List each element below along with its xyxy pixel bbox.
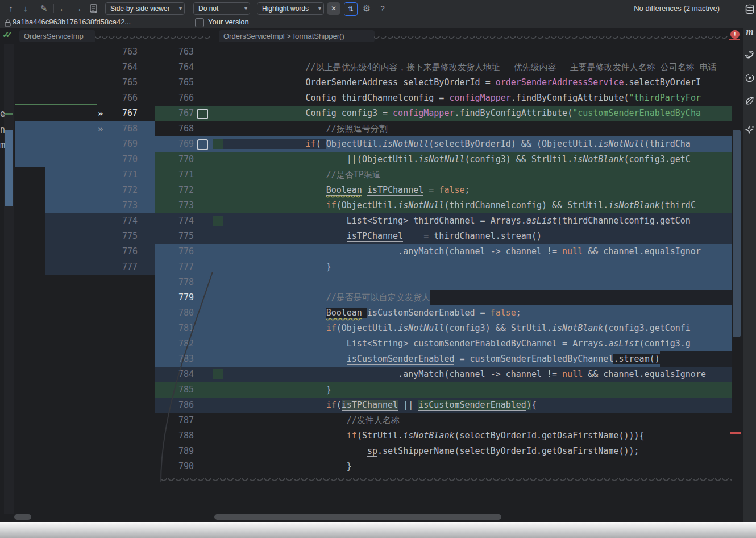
code-line-786[interactable]: if(isTPChannel || isCustomSenderEnabled)…	[213, 398, 732, 413]
code-line-777[interactable]: }	[213, 259, 732, 275]
back-button[interactable]: ←	[57, 0, 69, 17]
line-tail	[701, 90, 732, 106]
line-tail	[213, 44, 732, 60]
fold-chevron-icon[interactable]: »	[98, 121, 102, 136]
revision-hash: 9a1ba446c963b1761638fd58ca42...	[13, 17, 131, 28]
spring-leaf-icon[interactable]	[745, 96, 755, 106]
your-version-label: Your version	[208, 17, 249, 28]
changes-applied-icon: ✓✓	[2, 30, 22, 40]
left-stripe-selection-mark[interactable]	[5, 130, 13, 206]
service-icon[interactable]	[745, 73, 755, 83]
eof-wavy-separator	[161, 478, 732, 483]
line-number-left: 771	[97, 167, 155, 183]
code-line-776[interactable]: .anyMatch(channel -> channel != null && …	[213, 244, 732, 259]
left-hscrollbar-thumb[interactable]	[14, 514, 31, 520]
line-tail	[639, 444, 732, 459]
line-number-right: 768	[155, 121, 213, 136]
your-version-checkbox[interactable]	[195, 18, 204, 27]
line-number-right: 765	[155, 75, 213, 90]
left-code-fragment: m	[0, 140, 5, 150]
apply-change-checkbox[interactable]	[197, 109, 208, 119]
line-number-left: 770	[97, 152, 155, 167]
code-line-773[interactable]: if(ObjectUtil.isNotNull(thirdChannelconf…	[213, 198, 732, 213]
tool-window-stripe: m	[743, 0, 756, 522]
left-gutter-separator	[95, 44, 95, 514]
code-line-778[interactable]	[213, 275, 732, 290]
left-selection-slab	[45, 167, 98, 213]
gutter-row-772: 772772	[97, 183, 213, 198]
right-hscrollbar-thumb[interactable]	[214, 514, 501, 520]
line-tail	[352, 459, 732, 474]
code-line-784[interactable]: .anyMatch(channel -> channel != null && …	[213, 367, 732, 382]
right-file-breadcrumb[interactable]: OrdersServiceImpl > formatShipper()	[219, 30, 375, 42]
code-line-765[interactable]: OrderSenderAddress selectByOrderId = ord…	[213, 75, 732, 90]
database-icon[interactable]	[745, 4, 755, 14]
code-pane[interactable]: //以上是优先级4的内容，接下来是修改发货人地址 优先级内容 主要是修改发件人名…	[213, 44, 732, 474]
code-line-768[interactable]: //按照逗号分割	[213, 121, 732, 136]
collapse-unchanged-button[interactable]: ✕	[327, 2, 340, 15]
line-tail	[691, 136, 732, 152]
whitespace-ignore-select[interactable]: Do not ignore▾	[193, 2, 250, 15]
line-tail	[696, 198, 732, 213]
gutter-row-764: 764764	[97, 60, 213, 75]
gutter-row-765: 765765	[97, 75, 213, 90]
code-line-774[interactable]: List<String> thirdChannel = Arrays.asLis…	[213, 213, 732, 229]
code-line-781[interactable]: if(ObjectUtil.isNotNull(config3) && StrU…	[213, 321, 732, 336]
forward-button[interactable]: →	[72, 0, 84, 17]
gutter-row-774: 774774	[97, 213, 213, 229]
apply-change-checkbox[interactable]	[197, 139, 208, 150]
jump-to-source-icon[interactable]	[88, 0, 100, 17]
code-line-769[interactable]: if( ObjectUtil.isNotNull(selectByOrderId…	[213, 136, 732, 152]
next-change-button[interactable]: ↓	[19, 0, 32, 17]
code-line-770[interactable]: ||(ObjectUtil.isNotNull(config3) && StrU…	[213, 152, 732, 167]
left-fold-spline	[153, 272, 216, 485]
code-line-780[interactable]: Boolean isCustomSenderEnabled = false;	[213, 305, 732, 321]
viewer-mode-select[interactable]: Side-by-side viewer▾	[105, 2, 185, 15]
line-tail	[645, 428, 732, 444]
line-number-right: 772	[155, 183, 213, 198]
code-line-766[interactable]: Config thirdChannelconfig = configMapper…	[213, 90, 732, 106]
edit-icon[interactable]: ✎	[38, 0, 50, 17]
left-code-fragment: es	[0, 109, 5, 119]
line-tail	[331, 259, 732, 275]
code-line-787[interactable]: //发件人名称	[213, 413, 732, 428]
error-stripe-mark[interactable]	[730, 432, 741, 434]
previous-change-button[interactable]: ↑	[5, 0, 17, 17]
code-line-775[interactable]: isTPChannel = thirdChannel.stream()	[213, 229, 732, 244]
chevron-down-icon: ▾	[318, 3, 321, 14]
help-icon[interactable]: ?	[376, 0, 389, 17]
code-line-763[interactable]	[213, 44, 732, 60]
gutter-row-775: 775775	[97, 229, 213, 244]
fold-chevron-icon[interactable]: »	[98, 106, 102, 121]
line-number-left: 768	[97, 121, 155, 136]
code-line-771[interactable]: //是否TP渠道	[213, 167, 732, 183]
line-tail	[537, 398, 732, 413]
gutter-row-769: 769769	[97, 136, 213, 152]
gear-icon[interactable]: ⚙	[360, 0, 373, 17]
line-tail	[430, 290, 732, 305]
code-line-783[interactable]: isCustomSenderEnabled = customSenderEnab…	[213, 351, 732, 367]
code-line-767[interactable]: Config config3 = configMapper.findByConf…	[213, 106, 732, 121]
code-line-782[interactable]: List<String> customSenderEnabledByChanne…	[213, 336, 732, 351]
code-line-764[interactable]: //以上是优先级4的内容，接下来是修改发货人地址 优先级内容 主要是修改发件人名…	[213, 60, 732, 75]
right-vscrollbar-thumb[interactable]	[733, 130, 741, 337]
maven-icon[interactable]: m	[745, 26, 755, 36]
code-line-785[interactable]: }	[213, 382, 732, 398]
bottom-band	[0, 522, 756, 538]
line-number-right: 770	[155, 152, 213, 167]
left-file-breadcrumb[interactable]: OrdersServiceImp	[19, 30, 95, 42]
synchronize-scrolling-button[interactable]: ⇅	[344, 2, 358, 16]
code-line-779[interactable]: //是否是可以自定义发货人	[213, 290, 732, 305]
code-line-790[interactable]: }	[213, 459, 732, 474]
highlight-mode-select[interactable]: Highlight words▾	[257, 2, 324, 15]
code-line-789[interactable]: sp.setShipperName(selectByOrderId.getOsa…	[213, 444, 732, 459]
code-line-772[interactable]: Boolean isTPChannel = false;	[213, 183, 732, 198]
line-number-right: 775	[155, 229, 213, 244]
inspection-error-badge[interactable]: !	[730, 30, 740, 39]
chevron-down-icon: ▾	[244, 3, 247, 14]
line-tail	[701, 244, 732, 259]
right-header-wavy-decoration	[374, 36, 729, 41]
code-line-788[interactable]: if(StrUtil.isNotBlank(selectByOrderId.ge…	[213, 428, 732, 444]
ai-assistant-icon[interactable]	[745, 125, 755, 135]
gradle-icon[interactable]	[745, 49, 755, 60]
